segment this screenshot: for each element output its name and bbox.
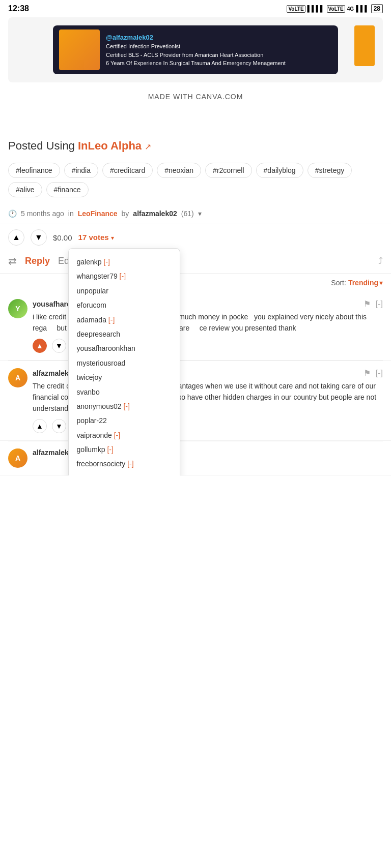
post-action-bar: ⇄ Reply Edit ⤴ — [0, 251, 391, 273]
voter-gollumkp[interactable]: gollumkp [-] — [77, 442, 172, 457]
tag-dailyblog[interactable]: #dailyblog — [256, 163, 303, 178]
voter-vaipraonde[interactable]: vaipraonde [-] — [77, 428, 172, 442]
clock-icon: 🕐 — [8, 209, 17, 218]
tag-finance[interactable]: #finance — [46, 182, 89, 197]
post-time-ago: 5 months ago — [21, 209, 64, 218]
post-author[interactable]: alfazmalek02 — [133, 209, 177, 218]
credential-1: Certified Infection Prevetionist — [106, 42, 286, 51]
posted-using-label: Posted Using — [8, 139, 75, 152]
card-image-inner: @alfazmalek02 Certified Infection Prevet… — [53, 25, 338, 74]
post-author-label: by — [122, 209, 129, 218]
comment-3-avatar: A — [8, 448, 27, 468]
card-username: @alfazmalek02 — [106, 33, 286, 43]
voter-zugs[interactable]: zugs — [77, 471, 172, 476]
voter-anonymous02[interactable]: anonymous02 [-] — [77, 399, 172, 413]
voter-adamada[interactable]: adamada [-] — [77, 313, 172, 327]
post-share-icon[interactable]: ⤴ — [378, 256, 383, 266]
voter-mysteriousroad[interactable]: mysteriousroad — [77, 356, 172, 370]
tag-india[interactable]: #india — [64, 163, 98, 178]
votes-dropdown-arrow[interactable]: ▾ — [111, 234, 114, 242]
downvote-button[interactable]: ▼ — [31, 229, 47, 246]
sort-value[interactable]: Trending — [348, 279, 378, 287]
comment-2-flag[interactable]: ⚑ — [364, 368, 371, 378]
post-community[interactable]: LeoFinance — [78, 209, 118, 218]
post-community-label: in — [68, 209, 74, 218]
card-avatar — [59, 29, 100, 70]
comment-1-collapse[interactable]: [-] — [376, 300, 383, 309]
comment-1-flag[interactable]: ⚑ — [364, 299, 371, 309]
credential-2: Certified BLS - ACLS Provider from Amari… — [106, 51, 286, 59]
voter-yousafharoonkhan[interactable]: yousafharoonkhan — [77, 341, 172, 355]
voter-twicejoy[interactable]: twicejoy — [77, 370, 172, 384]
voter-whangster79[interactable]: whangster79 [-] — [77, 269, 172, 283]
vote-amount: $0.00 — [53, 233, 72, 242]
post-reply-button[interactable]: Reply — [25, 256, 50, 266]
voter-eforucom[interactable]: eforucom — [77, 298, 172, 312]
comment-1-avatar: Y — [8, 299, 27, 318]
vo-lte-2-icon: VoLTE — [327, 5, 345, 13]
tags-area: #leofinance #india #creditcard #neoxian … — [0, 157, 391, 203]
tag-leofinance[interactable]: #leofinance — [8, 163, 60, 178]
upvote-button[interactable]: ▲ — [8, 229, 24, 246]
tag-neoxian[interactable]: #neoxian — [157, 163, 201, 178]
card-text-info: @alfazmalek02 Certified Infection Prevet… — [106, 33, 286, 68]
tag-stretegy[interactable]: #stretegy — [308, 163, 352, 178]
post-rep: (61) — [181, 209, 194, 218]
tag-alive[interactable]: #alive — [8, 182, 42, 197]
comment-3-stub: A alfazmalek02 (61) ▾ 4 months ago (edit… — [0, 441, 391, 475]
voter-poplar22[interactable]: poplar-22 — [77, 413, 172, 428]
4g-icon: 4G — [347, 6, 354, 12]
status-icons: VoLTE ▌▌▌▌ VoLTE 4G ▌▌▌ 28 — [287, 4, 383, 13]
votes-dropdown-popup: galenkp [-] whangster79 [-] unpopular ef… — [68, 248, 180, 475]
voter-unpopular[interactable]: unpopular — [77, 284, 172, 298]
sort-bar: Sort: Trending ▾ — [0, 273, 391, 292]
voter-svanbo[interactable]: svanbo — [77, 385, 172, 399]
tag-creditcard[interactable]: #creditcard — [102, 163, 153, 178]
comment-2-downvote[interactable]: ▼ — [52, 419, 66, 433]
post-dropdown-arrow[interactable]: ▾ — [198, 209, 202, 218]
external-link-icon[interactable]: ↗ — [145, 142, 151, 151]
canva-text: MADE WITH CANVA.COM — [0, 82, 391, 111]
sort-label: Sort: — [331, 279, 346, 287]
vote-area: ▲ ▼ $0.00 17 votes ▾ galenkp [-] whangst… — [0, 224, 391, 251]
inleo-link[interactable]: InLeo Alpha — [78, 139, 142, 152]
comment-2-upvote[interactable]: ▲ — [33, 419, 47, 433]
votes-count[interactable]: 17 votes — [78, 233, 109, 242]
voter-deepresearch[interactable]: deepresearch — [77, 327, 172, 341]
comment-section: Y yousafharoonkha ⚑ [-] i like credit ca… — [0, 292, 391, 475]
comment-1: Y yousafharoonkha ⚑ [-] i like credit ca… — [0, 292, 391, 361]
comment-2-collapse[interactable]: [-] — [376, 369, 383, 378]
post-meta: 🕐 5 months ago in LeoFinance by alfazmal… — [0, 203, 391, 224]
comment-1-upvote[interactable]: ▲ — [33, 339, 47, 353]
comment-2: A alfazmalek02 (61) ▾ 5 months ago 🔗 ⚑ [… — [0, 361, 391, 441]
status-bar: 12:38 VoLTE ▌▌▌▌ VoLTE 4G ▌▌▌ 28 — [0, 0, 391, 17]
credential-3: 6 Years Of Experience In Surgical Trauma… — [106, 59, 286, 68]
share-button[interactable]: ⇄ — [8, 255, 17, 267]
comment-1-downvote[interactable]: ▼ — [52, 339, 66, 353]
tag-r2cornell[interactable]: #r2cornell — [205, 163, 252, 178]
voter-galenkp[interactable]: galenkp [-] — [77, 255, 172, 269]
status-time: 12:38 — [8, 4, 29, 13]
posted-using-section: Posted Using InLeo Alpha ↗ — [0, 131, 391, 157]
votes-dropdown-container: 17 votes ▾ galenkp [-] whangster79 [-] u… — [78, 233, 115, 242]
main-content: @alfazmalek02 Certified Infection Prevet… — [0, 17, 391, 475]
voter-freebornsociety[interactable]: freebornsociety [-] — [77, 457, 172, 471]
sort-dropdown-arrow[interactable]: ▾ — [379, 279, 383, 287]
battery-icon: 28 — [371, 4, 383, 13]
comment-2-avatar: A — [8, 368, 27, 387]
card-image-area: @alfazmalek02 Certified Infection Prevet… — [8, 17, 383, 82]
vo-lte-icon: VoLTE — [287, 5, 305, 13]
signal-bars-icon: ▌▌▌▌ — [308, 5, 325, 12]
signal-bars-2-icon: ▌▌▌ — [356, 5, 369, 12]
yellow-bar-decoration — [354, 25, 375, 66]
